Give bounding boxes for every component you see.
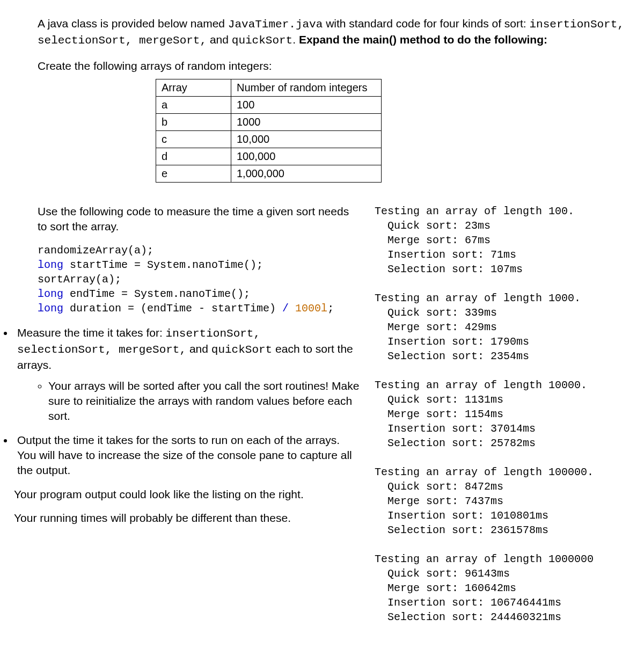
cell-count: 100,000 [231,148,382,165]
intro-quick: quickSort [232,34,292,47]
code-line: sortArray(a); [38,273,121,286]
intro-period: . [292,33,299,46]
code-line: ; [327,302,334,315]
output-line: Insertion sort: 1790ms [375,336,529,348]
list-item: Measure the time it takes for: insertion… [14,325,360,424]
cell-array: d [156,148,231,165]
arrays-table-wrap: Array Number of random integers a100 b10… [156,79,633,183]
output-line: Merge sort: 7437ms [375,495,503,507]
kw-long: long [38,288,63,300]
cell-array: c [156,131,231,148]
output-line: Merge sort: 160642ms [375,582,516,594]
output-line: Selection sort: 25782ms [375,437,536,449]
tail-paragraph-2: Your running times will probably be diff… [14,511,360,526]
output-line: Insertion sort: 106746441ms [375,596,561,609]
console-output: Testing an array of length 100. Quick so… [375,204,633,624]
cell-array: b [156,114,231,131]
output-line: Selection sort: 2361578ms [375,524,548,536]
bullet1-quick: quickSort [211,344,272,356]
output-line: Testing an array of length 1000. [375,292,581,304]
table-header-array: Array [156,79,231,97]
output-line: Selection sort: 2354ms [375,350,529,362]
cell-count: 100 [231,97,382,114]
output-line: Selection sort: 107ms [375,263,523,275]
cell-array: a [156,97,231,114]
tail-paragraph-1: Your program output could look like the … [14,487,360,502]
code-line: endTime = System.nanoTime(); [63,288,250,300]
sub-bullet-list: Your arrays will be sorted after you cal… [17,378,360,424]
arrays-table: Array Number of random integers a100 b10… [156,79,382,183]
output-line: Testing an array of length 100000. [375,466,594,478]
two-column-layout: Use the following code to measure the ti… [38,204,633,624]
kw-literal: 1000l [289,302,327,315]
output-line: Quick sort: 1131ms [375,394,503,406]
intro-and: and [207,33,232,46]
list-item: Your arrays will be sorted after you cal… [48,378,360,424]
output-line: Quick sort: 96143ms [375,567,510,580]
output-line: Testing an array of length 10000. [375,379,587,391]
output-line: Insertion sort: 37014ms [375,423,536,435]
bullet-list: Measure the time it takes for: insertion… [14,325,360,478]
output-line: Selection sort: 244460321ms [375,611,561,623]
bullet1-and: and [186,343,211,355]
cell-count: 1000 [231,114,382,131]
create-arrays-line: Create the following arrays of random in… [38,59,633,74]
left-column: Use the following code to measure the ti… [38,204,360,534]
intro-bold-text: Expand the main() method to do the follo… [299,33,547,46]
intro-bold: Expand the main() method to do the follo… [299,33,547,46]
output-line: Quick sort: 339ms [375,307,497,319]
table-row: a100 [156,97,382,114]
output-line: Quick sort: 8472ms [375,480,503,493]
output-line: Testing an array of length 100. [375,205,574,217]
kw-slash: / [282,302,289,315]
intro-text: A java class is provided below named [38,17,228,30]
cell-count: 1,000,000 [231,165,382,183]
output-line: Merge sort: 67ms [375,234,491,246]
output-line: Insertion sort: 71ms [375,249,516,261]
class-name: JavaTimer.java [228,18,323,31]
list-item: Output the time it takes for the sorts t… [14,433,360,478]
output-line: Merge sort: 429ms [375,321,497,333]
table-row: b1000 [156,114,382,131]
code-line: randomizeArray(a); [38,244,153,257]
output-line: Insertion sort: 1010801ms [375,509,548,522]
output-line: Testing an array of length 1000000 [375,553,594,565]
cell-array: e [156,165,231,183]
kw-long: long [38,259,63,271]
code-line: duration = (endTime - startTime) [63,302,282,315]
kw-long: long [38,302,63,315]
output-line: Merge sort: 1154ms [375,408,503,420]
bullet1-pre: Measure the time it takes for: [17,326,166,339]
code-line: startTime = System.nanoTime(); [63,259,263,271]
table-header-count: Number of random integers [231,79,382,97]
table-row: d100,000 [156,148,382,165]
intro-paragraph: A java class is provided below named Jav… [38,16,633,49]
table-row: e1,000,000 [156,165,382,183]
cell-count: 10,000 [231,131,382,148]
intro-mid: with standard code for four kinds of sor… [323,17,529,30]
output-line: Quick sort: 23ms [375,220,491,232]
table-row: c10,000 [156,131,382,148]
use-code-paragraph: Use the following code to measure the ti… [38,204,360,235]
table-header-row: Array Number of random integers [156,79,382,97]
code-block: randomizeArray(a); long startTime = Syst… [38,243,360,316]
